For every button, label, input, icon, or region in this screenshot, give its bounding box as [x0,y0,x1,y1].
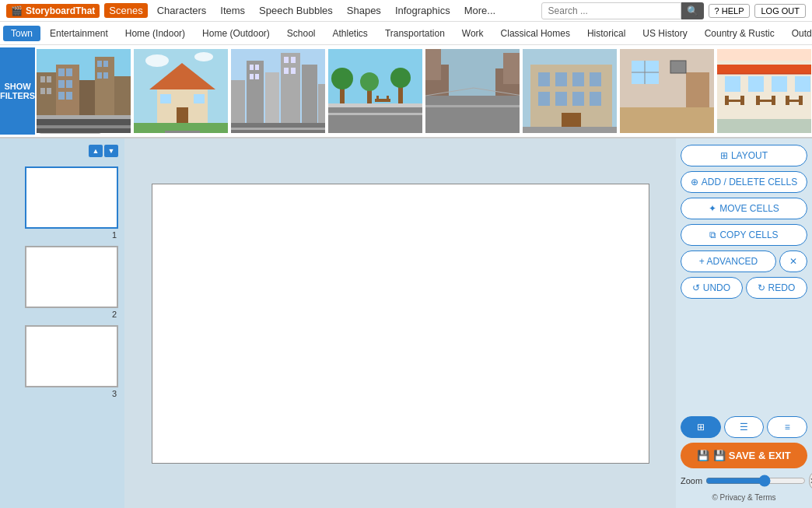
svg-rect-51 [328,107,424,135]
privacy-terms[interactable]: © Privacy & Terms [681,493,807,502]
logout-button[interactable]: LOG OUT [754,4,806,18]
advanced-label: + ADVANCED [699,256,758,267]
add-icon: ⊕ [691,177,698,187]
main-layout: ▲ ▼ 1 2 3 ⊞ LAYOUT ⊕ ADD / DELETE CELL [0,138,812,508]
svg-rect-15 [97,61,102,67]
layout-label: LAYOUT [731,150,768,161]
logo-icon: 🎬 [11,5,23,16]
undo-label: ↺ UNDO [692,282,730,293]
show-filters-button[interactable]: SHOW FILTERS [0,47,35,135]
storyboard-canvas[interactable] [152,184,649,464]
help-button[interactable]: ? HELP [709,4,751,18]
advanced-button[interactable]: + ADVANCED [681,250,776,272]
search-button[interactable]: 🔍 [681,2,704,19]
nav-more[interactable]: More... [460,3,500,18]
layout-grid-button[interactable]: ⊞ [681,416,721,438]
scene-item-7[interactable] [618,47,716,135]
undo-redo-row: ↺ UNDO ↻ REDO [681,277,807,299]
tab-historical[interactable]: Historical [579,26,633,41]
svg-rect-94 [717,65,812,74]
nav-shapes[interactable]: Shapes [342,3,386,18]
svg-rect-62 [387,96,389,100]
svg-rect-12 [66,92,72,100]
tab-athletics[interactable]: Athletics [325,26,376,41]
zoom-reset-button[interactable]: ✕ [809,473,812,489]
svg-rect-4 [40,88,45,94]
layout-list-button[interactable]: ☰ [724,416,765,438]
tab-work[interactable]: Work [454,26,492,41]
layout-rows-button[interactable]: ≡ [767,416,807,438]
nav-scenes[interactable]: Scenes [104,3,147,18]
tab-home-outdoor[interactable]: Home (Outdoor) [194,26,278,41]
svg-rect-67 [425,49,441,80]
tab-town[interactable]: Town [3,26,40,41]
copy-cells-label: COPY CELLS [719,229,778,240]
tab-classical-homes[interactable]: Classical Homes [493,26,578,41]
svg-rect-77 [590,72,601,86]
svg-rect-49 [231,128,327,130]
svg-rect-98 [740,96,744,105]
canvas-area [124,138,676,508]
arrow-down-button[interactable]: ▼ [104,145,118,157]
tab-us-history[interactable]: US History [635,26,695,41]
svg-point-32 [194,52,213,61]
thumbnail-num-3: 3 [112,389,117,398]
redo-button[interactable]: ↻ REDO [746,277,808,299]
svg-rect-21 [37,125,132,128]
add-delete-cells-button[interactable]: ⊕ ADD / DELETE CELLS [681,171,807,193]
tab-transportation[interactable]: Transportation [377,26,453,41]
nav-infographics[interactable]: Infographics [390,3,455,18]
layout-icons-row: ⊞ ☰ ≡ [681,416,807,438]
tab-home-indoor[interactable]: Home (Indoor) [117,26,193,41]
tab-entertainment[interactable]: Entertainment [42,26,116,41]
svg-rect-39 [255,74,259,79]
svg-rect-5 [47,88,51,94]
search-wrapper: 🔍 [541,2,704,19]
svg-rect-27 [160,94,171,103]
svg-rect-100 [756,96,760,105]
move-cells-label: MOVE CELLS [719,203,779,214]
svg-rect-42 [284,57,289,63]
search-input[interactable] [541,2,681,19]
nav-characters[interactable]: Characters [152,3,212,18]
save-icon: 💾 [697,450,709,461]
thumbnail-2[interactable] [25,246,118,308]
nav-items[interactable]: Items [215,3,250,18]
tab-school[interactable]: School [279,26,324,41]
move-icon: ✦ [709,203,716,214]
scene-item-3[interactable] [229,47,327,135]
svg-rect-101 [772,96,775,105]
svg-rect-109 [795,76,810,92]
nav-speech-bubbles[interactable]: Speech Bubbles [254,3,338,18]
thumbnail-1[interactable] [25,166,118,229]
scene-item-5[interactable] [424,47,521,135]
scene-item-1[interactable] [35,47,132,135]
list-icon: ☰ [740,422,748,433]
scene-item-8[interactable] [716,47,812,135]
tab-outdoor[interactable]: Outdoor [784,26,812,41]
close-x-button[interactable]: ✕ [779,250,807,272]
scene-item-6[interactable] [521,47,618,135]
svg-rect-9 [58,80,65,88]
svg-rect-16 [103,61,108,67]
svg-rect-78 [538,92,550,106]
logo[interactable]: 🎬 StoryboardThat [6,4,100,18]
svg-rect-76 [572,72,584,86]
save-exit-button[interactable]: 💾 💾 SAVE & EXIT [681,443,807,468]
svg-rect-69 [503,53,521,84]
tab-country-rustic[interactable]: Country & Rustic [697,26,782,41]
svg-rect-86 [620,107,716,135]
copy-cells-button[interactable]: ⧉ COPY CELLS [681,224,807,246]
scene-item-2[interactable] [132,47,229,135]
svg-rect-37 [255,65,259,70]
arrow-up-button[interactable]: ▲ [89,145,103,157]
svg-rect-45 [291,68,296,74]
move-cells-button[interactable]: ✦ MOVE CELLS [681,198,807,219]
zoom-slider[interactable] [705,475,806,487]
layout-button[interactable]: ⊞ LAYOUT [681,145,807,166]
undo-button[interactable]: ↺ UNDO [681,277,743,299]
thumbnail-3[interactable] [25,325,118,387]
scene-item-4[interactable] [327,47,424,135]
svg-rect-65 [425,105,521,107]
svg-rect-7 [58,68,65,76]
